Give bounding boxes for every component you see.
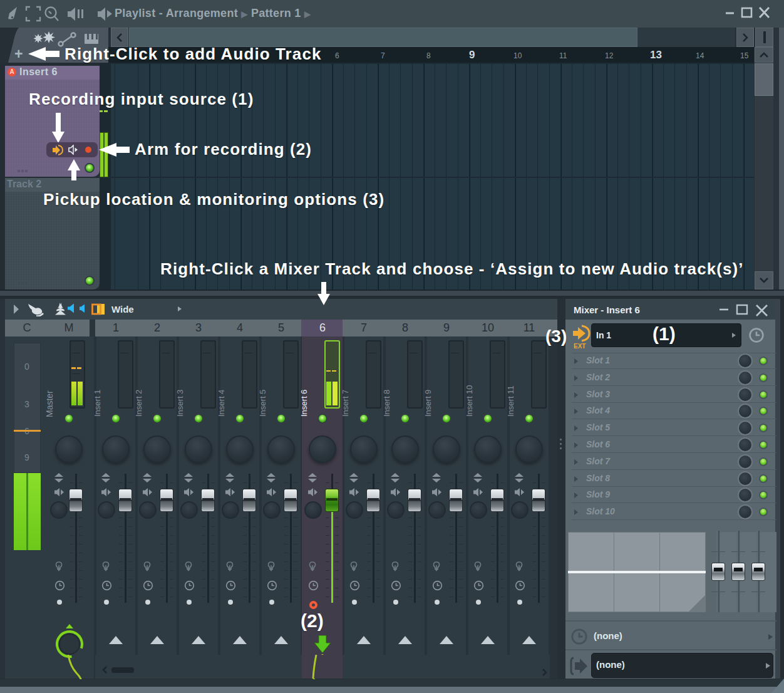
svg-text:EXT: EXT — [574, 343, 585, 350]
svg-text:+: + — [14, 46, 23, 62]
